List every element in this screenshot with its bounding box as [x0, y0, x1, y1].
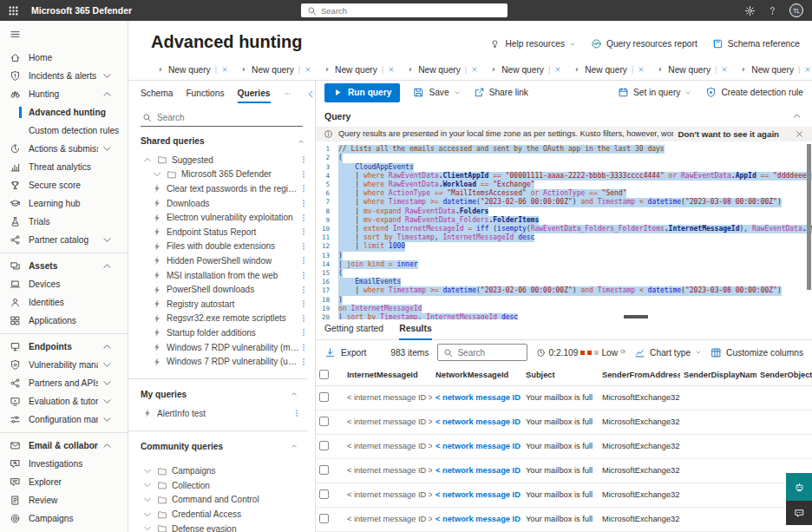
item-menu-icon[interactable]	[299, 255, 308, 266]
sidebar-item-investigations[interactable]: Investigations	[0, 455, 128, 473]
editor-vertical-scrollbar[interactable]	[807, 144, 811, 290]
save-button[interactable]: Save	[413, 87, 460, 98]
create-detection-rule-button[interactable]: Create detection rule	[705, 87, 803, 98]
cell-networkmessageid[interactable]: < network message ID >	[432, 410, 522, 434]
row-checkbox[interactable]	[319, 489, 329, 499]
column-header-subject[interactable]: Subject	[522, 365, 599, 386]
item-menu-icon[interactable]	[299, 241, 308, 252]
table-row[interactable]: < internet message ID >< network message…	[316, 410, 812, 434]
query-tab[interactable]: New query|	[401, 59, 484, 80]
collapse-query-section-button[interactable]	[792, 111, 802, 121]
query-tab[interactable]: New query|	[651, 59, 734, 80]
sidebar-item-threat-tracker[interactable]: Threat tracker	[0, 528, 128, 532]
tree-folder-suggested[interactable]: Suggested	[141, 153, 310, 167]
query-tab[interactable]: New query|	[318, 59, 401, 80]
query-resources-report-button[interactable]: Query resources report	[591, 38, 697, 49]
item-menu-icon[interactable]	[299, 313, 308, 324]
assistant-widget-button[interactable]	[786, 473, 812, 501]
app-launcher-button[interactable]	[0, 0, 26, 21]
sidebar-item-review[interactable]: Review	[0, 491, 128, 509]
sidebar-toggle-button[interactable]	[0, 23, 128, 49]
column-header-senderobjectid[interactable]: SenderObjectId	[756, 365, 812, 386]
tree-query-clear-text-passwords-in-the-registry[interactable]: Clear text passwords in the registry	[141, 181, 310, 196]
query-tab[interactable]: New query|	[151, 59, 234, 80]
item-menu-icon[interactable]	[299, 154, 308, 165]
table-row[interactable]: < internet message ID >< network message…	[316, 385, 812, 410]
column-header-networkmessageid[interactable]: NetworkMessageId	[432, 365, 522, 386]
query-tab[interactable]: New query|	[484, 59, 567, 80]
chart-type-button[interactable]: Chart type	[634, 347, 702, 358]
schema-reference-button[interactable]: Schema reference	[712, 38, 800, 49]
item-menu-icon[interactable]	[299, 357, 308, 367]
cell-networkmessageid[interactable]: < network message ID >	[432, 385, 522, 410]
tree-folder-collection[interactable]: Collection	[141, 478, 303, 493]
table-row[interactable]: < internet message ID >< network message…	[316, 458, 812, 483]
sidebar-item-actions-submissions[interactable]: Actions & submissions	[0, 140, 128, 158]
editor-horizontal-scrollbar[interactable]	[624, 315, 648, 319]
sidebar-item-incidents-alerts[interactable]: Incidents & alerts	[0, 67, 128, 85]
close-tab-icon[interactable]	[638, 66, 645, 73]
sidebar-item-devices[interactable]: Devices	[0, 275, 128, 293]
tree-query-powershell-downloads[interactable]: PowerShell downloads	[141, 282, 310, 297]
tree-query-msi-installation-from-the-web[interactable]: MSI installation from the web	[141, 268, 310, 283]
sidebar-item-assets[interactable]: Assets	[0, 257, 128, 275]
tab-queries[interactable]: Queries	[238, 89, 271, 103]
tree-folder-command-and-control[interactable]: Command and Control	[141, 493, 303, 508]
code-editor[interactable]: 1// Lists all the emails accessed and se…	[316, 141, 812, 319]
table-row[interactable]: < internet message ID >< network message…	[316, 434, 812, 458]
tree-query-electron-vulnerability-exploitation[interactable]: Electron vulnerability exploitation	[141, 210, 310, 225]
cell-networkmessageid[interactable]: < network message ID >	[432, 507, 522, 531]
sidebar-item-campaigns[interactable]: Campaigns	[0, 509, 128, 528]
column-header-senderfromaddress[interactable]: SenderFromAddress	[599, 365, 680, 386]
sidebar-item-partners-and-apis[interactable]: Partners and APIs	[0, 374, 128, 392]
row-checkbox[interactable]	[319, 514, 329, 523]
settings-gear-icon[interactable]	[744, 5, 756, 16]
sidebar-item-advanced-hunting[interactable]: Advanced hunting	[0, 103, 128, 122]
tab-getting-started[interactable]: Getting started	[324, 324, 383, 339]
cell-networkmessageid[interactable]: < network message ID >	[432, 434, 522, 458]
tree-query-hidden-powershell-window[interactable]: Hidden PowerShell window	[141, 253, 310, 268]
tree-folder-campaigns[interactable]: Campaigns	[141, 464, 303, 479]
item-menu-icon[interactable]	[299, 285, 308, 295]
sidebar-item-partner-catalog[interactable]: Partner catalog	[0, 231, 128, 249]
collapse-panel-button[interactable]	[306, 89, 316, 99]
item-menu-icon[interactable]	[299, 213, 308, 223]
results-search[interactable]	[437, 344, 527, 361]
item-menu-icon[interactable]	[299, 299, 308, 309]
row-checkbox[interactable]	[319, 441, 329, 450]
banner-dismiss-button[interactable]: Don't want to see it again	[678, 129, 779, 139]
close-tab-icon[interactable]	[388, 66, 395, 73]
item-menu-icon[interactable]	[299, 198, 308, 208]
tree-folder-credential-access[interactable]: Credential Access	[141, 507, 303, 522]
close-tab-icon[interactable]	[221, 66, 228, 73]
global-search[interactable]	[301, 3, 508, 17]
item-menu-icon[interactable]	[299, 270, 308, 280]
export-button[interactable]: Export	[324, 347, 366, 358]
help-resources-button[interactable]: Help resources	[489, 38, 576, 49]
tree-query-startup-folder-additions[interactable]: Startup folder additions	[141, 325, 310, 340]
results-search-input[interactable]	[457, 348, 521, 358]
tree-query-windows-7-rdp-vulnerability-un[interactable]: Windows 7 RDP vulnerability (un...	[141, 354, 310, 369]
query-search-input[interactable]	[157, 113, 301, 122]
section-header-community-queries[interactable]: Community queries	[141, 439, 303, 454]
sidebar-item-vulnerability-management[interactable]: Vulnerability management	[0, 356, 128, 374]
tree-query-files-with-double-extensions[interactable]: Files with double extensions	[141, 240, 310, 254]
column-header-internetmessageid[interactable]: InternetMessageId	[344, 365, 432, 386]
tree-query-registry-autostart[interactable]: Registry autostart	[141, 297, 310, 312]
share-link-button[interactable]: Share link	[474, 87, 528, 98]
row-checkbox[interactable]	[319, 392, 329, 402]
tree-query-windows-7-rdp-vulnerability-mit[interactable]: Windows 7 RDP vulnerability (mit...	[141, 340, 310, 355]
sidebar-item-identities[interactable]: Identities	[0, 293, 128, 312]
close-tab-icon[interactable]	[554, 66, 561, 73]
sidebar-item-custom-detection-rules[interactable]: Custom detection rules	[0, 122, 128, 140]
query-search[interactable]	[141, 111, 303, 127]
tab-functions[interactable]: Functions	[186, 89, 224, 103]
set-in-query-button[interactable]: Set in query	[618, 87, 691, 98]
tree-query-alertinfo-test[interactable]: AlertInfo test	[141, 406, 303, 421]
sidebar-item-trials[interactable]: Trials	[0, 213, 128, 231]
row-checkbox[interactable]	[319, 465, 329, 475]
tree-folder-microsoft-365-defender[interactable]: Microsoft 365 Defender	[141, 167, 310, 182]
section-header-my-queries[interactable]: My queries	[141, 387, 303, 402]
section-header-shared-queries[interactable]: Shared queries	[141, 134, 310, 148]
query-tab[interactable]: New query|	[567, 59, 651, 80]
